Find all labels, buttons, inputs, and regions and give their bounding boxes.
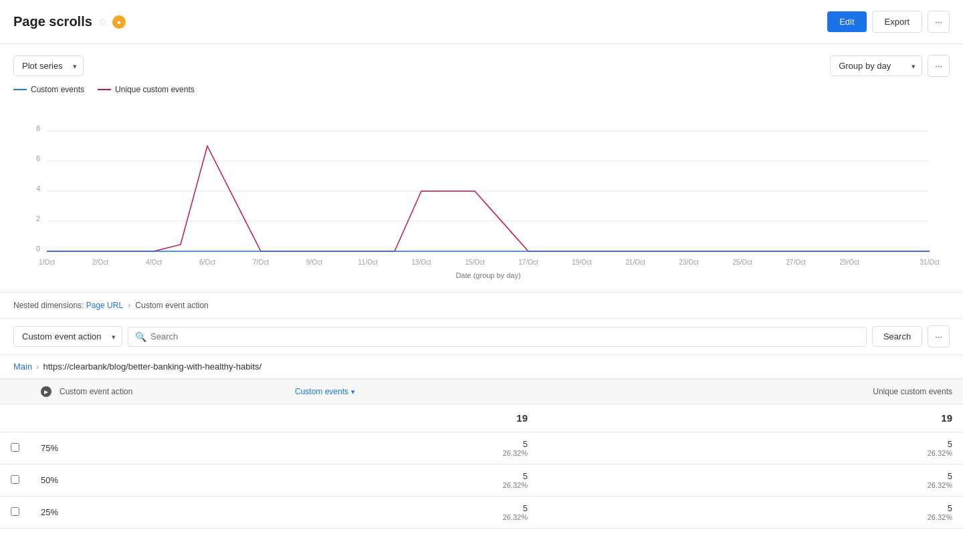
page-header: Page scrolls ☆ ● Edit Export ··· [0,0,963,44]
coin-icon: ● [112,15,126,29]
favorite-icon[interactable]: ☆ [98,15,107,28]
table-row: 75% 5 26.32% 5 26.32% [0,432,963,464]
svg-text:17/Oct: 17/Oct [518,259,538,266]
search-icon: 🔍 [135,331,146,342]
svg-text:Date (group by day): Date (group by day) [455,271,520,279]
svg-text:6/Oct: 6/Oct [199,259,215,266]
nested-dimensions: Nested dimensions: Page URL › Custom eve… [0,293,963,318]
breadcrumb: Main › https://clearbank/blog/better-ban… [0,355,963,379]
row-2-custom-events: 5 26.32% [284,464,538,497]
chart-legend: Custom events Unique custom events [13,85,950,94]
chart-svg: 0 2 4 6 8 1/Oct 2/Oct 4/Oct 6/Oct 7/Oct … [13,101,950,281]
svg-text:2/Oct: 2/Oct [92,259,108,266]
total-custom-events-cell: 19 [284,404,538,432]
col-unique-label: Unique custom events [873,387,952,396]
header-more-button[interactable]: ··· [928,11,950,33]
data-table: ▶ Custom event action Custom events ▾ Un… [0,379,963,529]
nested-dimensions-label: Nested dimensions: [13,301,84,310]
play-icon: ▶ [41,386,51,397]
row-1-action: 75% [30,432,284,464]
search-wrapper[interactable]: 🔍 [128,327,867,347]
row-1-unique: 5 26.32% [538,432,963,464]
checkbox-row-2[interactable] [11,475,19,484]
legend-label-custom-events: Custom events [31,85,84,94]
svg-text:25/Oct: 25/Oct [732,259,752,266]
table-row: 25% 5 26.32% 5 26.32% [0,497,963,529]
row-1-unique-pct: 26.32% [549,449,952,457]
row-3-custom-events-pct: 26.32% [295,513,528,521]
legend-line-custom-events [13,89,27,90]
table-header-row: ▶ Custom event action Custom events ▾ Un… [0,380,963,404]
search-input[interactable] [150,331,859,341]
header-actions: Edit Export ··· [827,11,950,33]
row-3-checkbox[interactable] [0,497,30,529]
breadcrumb-separator: › [36,362,39,372]
legend-line-unique-custom-events [98,89,111,90]
svg-text:13/Oct: 13/Oct [411,259,431,266]
search-button[interactable]: Search [872,326,922,347]
row-1-unique-value: 5 [549,439,952,449]
row-3-unique: 5 26.32% [538,497,963,529]
col-custom-events-header[interactable]: Custom events ▾ [284,380,538,404]
total-checkbox-cell [0,404,30,432]
row-2-custom-events-pct: 26.32% [295,481,528,489]
col-action-label: Custom event action [60,387,132,396]
svg-text:15/Oct: 15/Oct [465,259,485,266]
table-more-button[interactable]: ··· [928,325,950,347]
export-button[interactable]: Export [872,11,923,33]
edit-button[interactable]: Edit [827,11,866,32]
legend-item-custom-events: Custom events [13,85,84,94]
legend-label-unique-custom-events: Unique custom events [115,85,195,94]
dimension-select[interactable]: Custom event action [13,326,122,347]
legend-item-unique-custom-events: Unique custom events [98,85,195,94]
svg-text:29/Oct: 29/Oct [839,259,859,266]
table-controls: Custom event action 🔍 Search ··· [0,318,963,355]
total-action-cell [30,404,284,432]
row-1-checkbox[interactable] [0,432,30,464]
group-by-wrapper: Group by day Group by week Group by mont… [830,55,922,76]
row-3-custom-events-value: 5 [295,503,528,513]
svg-text:9/Oct: 9/Oct [306,259,322,266]
chart-controls: Plot series Group by day Group by week G… [13,55,950,77]
dimension-select-wrapper: Custom event action [13,326,122,347]
table-row: 50% 5 26.32% 5 26.32% [0,464,963,497]
row-2-unique-pct: 26.32% [549,481,952,489]
svg-text:1/Oct: 1/Oct [39,259,55,266]
svg-text:31/Oct: 31/Oct [920,259,940,266]
plot-series-select[interactable]: Plot series [13,55,84,76]
plot-series-wrapper: Plot series [13,55,84,76]
col-action-header: ▶ Custom event action [30,380,284,404]
group-by-select[interactable]: Group by day Group by week Group by mont… [830,55,922,76]
breadcrumb-url: https://clearbank/blog/better-banking-wi… [43,362,262,372]
row-2-unique-value: 5 [549,471,952,481]
row-2-custom-events-value: 5 [295,471,528,481]
total-unique-cell: 19 [538,404,963,432]
chart-right-controls: Group by day Group by week Group by mont… [830,55,950,77]
chart-section: Plot series Group by day Group by week G… [0,44,963,293]
data-table-container: ▶ Custom event action Custom events ▾ Un… [0,379,963,529]
row-2-checkbox[interactable] [0,464,30,497]
col-checkbox-header [0,380,30,404]
svg-text:6: 6 [36,154,40,162]
svg-text:21/Oct: 21/Oct [625,259,645,266]
svg-text:4: 4 [36,184,40,192]
breadcrumb-main[interactable]: Main [13,362,32,372]
col-unique-header: Unique custom events [538,380,963,404]
page-title: Page scrolls [13,14,92,29]
checkbox-row-1[interactable] [11,443,19,452]
svg-text:19/Oct: 19/Oct [572,259,592,266]
sort-arrow-icon: ▾ [351,388,355,396]
row-1-custom-events-pct: 26.32% [295,449,528,457]
row-3-unique-value: 5 [549,503,952,513]
dimension-separator: › [128,301,132,310]
checkbox-row-3[interactable] [11,507,19,516]
row-1-custom-events-value: 5 [295,439,528,449]
row-1-custom-events: 5 26.32% [284,432,538,464]
total-row: 19 19 [0,404,963,432]
total-unique-value: 19 [941,412,952,424]
chart-more-button[interactable]: ··· [928,55,950,77]
chart-container: 0 2 4 6 8 1/Oct 2/Oct 4/Oct 6/Oct 7/Oct … [13,101,950,281]
page-url-dimension[interactable]: Page URL [86,301,123,310]
svg-text:23/Oct: 23/Oct [679,259,699,266]
row-2-action: 50% [30,464,284,497]
